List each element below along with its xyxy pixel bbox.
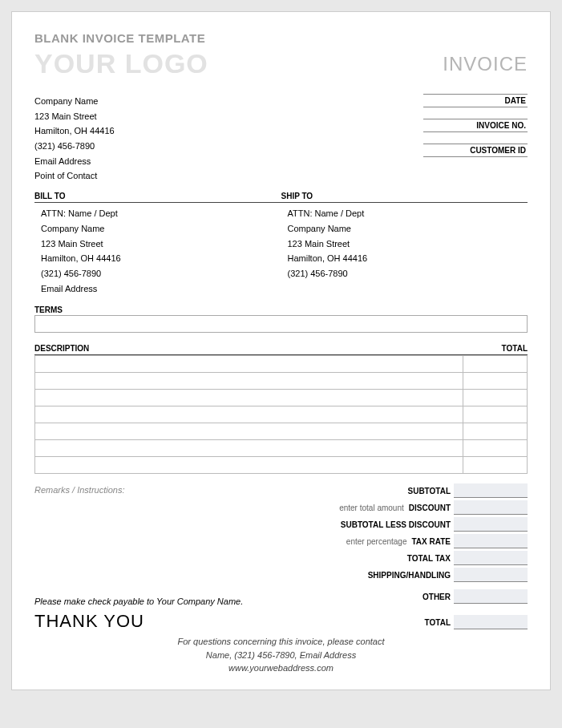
cell-desc[interactable] (35, 423, 463, 440)
cell-desc[interactable] (35, 457, 463, 474)
shipping-label: SHIPPING/HANDLING (271, 571, 454, 580)
bill-to-street: 123 Main Street (41, 237, 281, 252)
table-row (35, 373, 528, 390)
invoice-page: BLANK INVOICE TEMPLATE YOUR LOGO INVOICE… (11, 11, 551, 690)
total-box[interactable] (454, 615, 528, 629)
invoice-heading: INVOICE (443, 53, 528, 75)
cell-total[interactable] (463, 457, 528, 474)
company-street: 123 Main Street (34, 109, 115, 124)
bottom-row: Remarks / Instructions: SUBTOTAL enter t… (34, 483, 528, 584)
tax-rate-label: TAX RATE (411, 537, 454, 546)
total-tax-label: TOTAL TAX (271, 554, 454, 563)
template-title: BLANK INVOICE TEMPLATE (34, 31, 528, 45)
total-label: TOTAL (271, 618, 454, 627)
bill-to-email: Email Address (41, 281, 281, 297)
company-contact: Point of Contact (34, 168, 115, 184)
cell-desc[interactable] (35, 373, 463, 390)
ship-to-citystate: Hamilton, OH 44416 (288, 251, 528, 266)
bill-to-company: Company Name (41, 221, 281, 237)
items-header: DESCRIPTION TOTAL (34, 344, 528, 355)
cell-total[interactable] (463, 440, 528, 457)
ship-to-attn: ATTN: Name / Dept (288, 206, 528, 221)
table-row (35, 457, 528, 474)
cell-desc[interactable] (35, 390, 463, 406)
ship-to-col: SHIP TO ATTN: Name / Dept Company Name 1… (281, 192, 528, 296)
subtotal-box[interactable] (454, 483, 528, 498)
company-block: Company Name 123 Main Street Hamilton, O… (34, 94, 115, 184)
cell-total[interactable] (463, 390, 528, 406)
total-tax-box[interactable] (454, 551, 528, 565)
tax-rate-hint: enter percentage (271, 537, 411, 546)
cell-total[interactable] (463, 423, 528, 440)
col-description: DESCRIPTION (34, 344, 463, 353)
discount-label: DISCOUNT (409, 504, 454, 512)
bill-to-phone: (321) 456-7890 (41, 266, 281, 281)
ship-to-company: Company Name (288, 221, 528, 237)
footer-line3: www.yourwebaddress.com (34, 661, 528, 675)
company-name: Company Name (34, 94, 115, 109)
payable-text: Please make check payable to Your Compan… (34, 597, 271, 606)
footer: For questions concerning this invoice, p… (34, 635, 528, 675)
subtotal-label: SUBTOTAL (271, 487, 454, 495)
terms-box[interactable] (34, 315, 528, 333)
cell-desc[interactable] (35, 440, 463, 457)
ship-to-label: SHIP TO (281, 192, 528, 203)
payable-row: Please make check payable to Your Compan… (34, 589, 528, 606)
bill-to-col: BILL TO ATTN: Name / Dept Company Name 1… (34, 192, 281, 296)
table-row (35, 390, 528, 406)
cell-desc[interactable] (35, 406, 463, 423)
bill-to-label: BILL TO (34, 192, 281, 203)
footer-line1: For questions concerning this invoice, p… (34, 635, 528, 649)
ship-to-street: 123 Main Street (288, 237, 528, 252)
other-label: OTHER (271, 593, 454, 601)
terms-label: TERMS (34, 305, 528, 314)
shipping-box[interactable] (454, 568, 528, 582)
company-phone: (321) 456-7890 (34, 139, 115, 154)
cell-total[interactable] (463, 356, 528, 373)
discount-hint: enter total amount (271, 504, 409, 512)
subtotal-less-label: SUBTOTAL LESS DISCOUNT (271, 520, 454, 529)
remarks-label: Remarks / Instructions: (34, 483, 271, 584)
tax-rate-box[interactable] (454, 534, 528, 548)
address-row: BILL TO ATTN: Name / Dept Company Name 1… (34, 192, 528, 296)
table-row (35, 440, 528, 457)
date-label: DATE (423, 94, 528, 107)
table-row (35, 406, 528, 423)
bill-to-attn: ATTN: Name / Dept (41, 206, 281, 221)
ship-to-phone: (321) 456-7890 (288, 266, 528, 281)
company-meta-row: Company Name 123 Main Street Hamilton, O… (34, 94, 528, 184)
discount-box[interactable] (454, 500, 528, 515)
company-citystate: Hamilton, OH 44416 (34, 123, 115, 139)
table-row (35, 423, 528, 440)
col-total: TOTAL (463, 344, 528, 353)
cell-total[interactable] (463, 373, 528, 390)
header-row: YOUR LOGO INVOICE (34, 48, 528, 79)
other-box[interactable] (454, 589, 528, 604)
subtotal-less-box[interactable] (454, 517, 528, 532)
thank-you: THANK YOU (34, 611, 271, 632)
cell-total[interactable] (463, 406, 528, 423)
cell-desc[interactable] (35, 356, 463, 373)
table-row (35, 356, 528, 373)
footer-line2: Name, (321) 456-7890, Email Address (34, 649, 528, 662)
totals-col: SUBTOTAL enter total amountDISCOUNT SUBT… (271, 483, 528, 584)
logo-placeholder: YOUR LOGO (34, 48, 208, 79)
company-email: Email Address (34, 154, 115, 169)
bill-to-citystate: Hamilton, OH 44416 (41, 251, 281, 266)
invoice-no-label: INVOICE NO. (423, 119, 528, 132)
meta-block: DATE INVOICE NO. CUSTOMER ID (423, 94, 528, 184)
customer-id-label: CUSTOMER ID (423, 144, 528, 157)
items-table (34, 355, 528, 474)
